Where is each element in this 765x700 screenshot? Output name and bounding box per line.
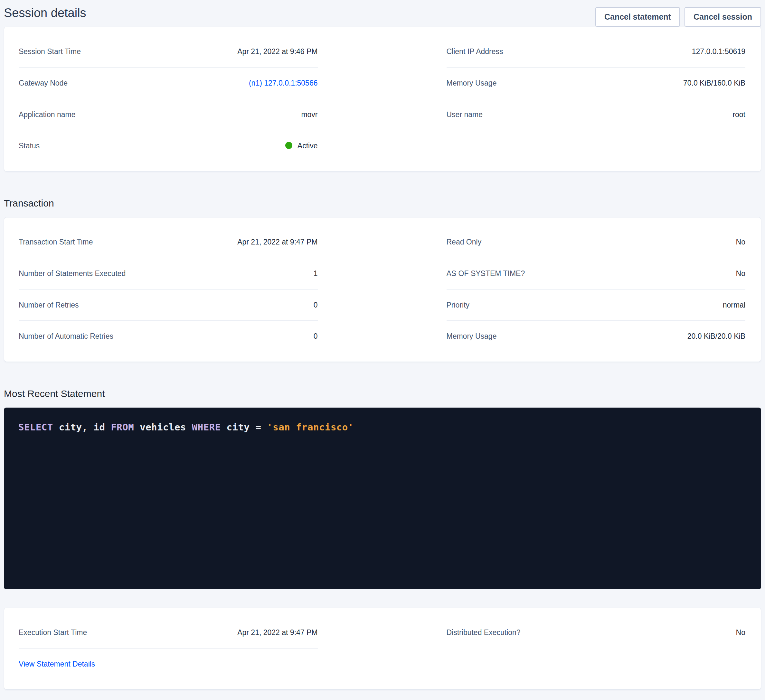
transaction-card-left-column: Transaction Start TimeApr 21, 2022 at 9:… xyxy=(19,226,318,352)
summary-row-gateway-node: Gateway Node(n1) 127.0.0.1:50566 xyxy=(19,67,318,99)
sql-statement-text: SELECT city, id FROM vehicles WHERE city… xyxy=(18,422,747,433)
transaction-card-right-column: Read OnlyNoAS OF SYSTEM TIME?NoPriorityn… xyxy=(447,226,746,352)
session-memory-usage-label: Memory Usage xyxy=(447,78,497,88)
header-actions: Cancel statement Cancel session xyxy=(595,7,761,27)
transaction-section-title: Transaction xyxy=(4,198,765,209)
number-of-retries-value: 0 xyxy=(313,300,318,310)
distributed-execution-value: No xyxy=(736,628,745,637)
automatic-retries-value: 0 xyxy=(313,332,318,341)
summary-row-statements-executed: Number of Statements Executed1 xyxy=(19,258,318,290)
application-name-label: Application name xyxy=(19,110,76,119)
gateway-node-value[interactable]: (n1) 127.0.0.1:50566 xyxy=(249,78,318,88)
sql-token-keyword: WHERE xyxy=(192,422,221,433)
transaction-memory-usage-value: 20.0 KiB/20.0 KiB xyxy=(688,332,745,341)
automatic-retries-label: Number of Automatic Retries xyxy=(19,332,113,341)
read-only-label: Read Only xyxy=(447,237,482,247)
spacer xyxy=(0,589,765,608)
session-status-value: Active xyxy=(285,141,318,151)
transaction-summary-card: Transaction Start TimeApr 21, 2022 at 9:… xyxy=(4,217,761,362)
summary-row-automatic-retries: Number of Automatic Retries0 xyxy=(19,321,318,352)
user-name-value: root xyxy=(732,110,745,119)
page-header: Session details Cancel statement Cancel … xyxy=(0,0,765,27)
view-statement-details-link[interactable]: View Statement Details xyxy=(19,659,95,669)
summary-row-session-memory-usage: Memory Usage70.0 KiB/160.0 KiB xyxy=(447,67,746,99)
session-card-left-column: Session Start TimeApr 21, 2022 at 9:46 P… xyxy=(19,36,318,162)
execution-start-time-label: Execution Start Time xyxy=(19,628,87,637)
summary-row-as-of-system-time: AS OF SYSTEM TIME?No xyxy=(447,258,746,290)
read-only-value: No xyxy=(736,237,745,247)
number-of-retries-label: Number of Retries xyxy=(19,300,79,310)
summary-row-transaction-memory-usage: Memory Usage20.0 KiB/20.0 KiB xyxy=(447,321,746,352)
client-ip-address-value: 127.0.0.1:50619 xyxy=(692,47,745,56)
execution-summary-card: Execution Start TimeApr 21, 2022 at 9:47… xyxy=(4,608,761,690)
as-of-system-time-value: No xyxy=(736,269,745,278)
distributed-execution-label: Distributed Execution? xyxy=(447,628,521,637)
transaction-card-grid: Transaction Start TimeApr 21, 2022 at 9:… xyxy=(4,217,761,362)
client-ip-address-label: Client IP Address xyxy=(447,47,503,56)
transaction-memory-usage-label: Memory Usage xyxy=(447,332,497,341)
cancel-session-button[interactable]: Cancel session xyxy=(685,7,761,27)
session-start-time-value: Apr 21, 2022 at 9:46 PM xyxy=(237,47,318,56)
sql-token-keyword: SELECT xyxy=(18,422,53,433)
summary-row-transaction-start-time: Transaction Start TimeApr 21, 2022 at 9:… xyxy=(19,226,318,258)
summary-row-distributed-execution: Distributed Execution?No xyxy=(447,617,746,648)
status-active-dot-icon xyxy=(285,142,292,149)
session-memory-usage-value: 70.0 KiB/160.0 KiB xyxy=(683,78,745,88)
sql-token-plain: city = xyxy=(221,422,267,433)
execution-start-time-value: Apr 21, 2022 at 9:47 PM xyxy=(237,628,318,637)
summary-row-client-ip-address: Client IP Address127.0.0.1:50619 xyxy=(447,36,746,67)
sql-token-plain: vehicles xyxy=(134,422,192,433)
summary-row-read-only: Read OnlyNo xyxy=(447,226,746,258)
execution-card-right-column: Distributed Execution?No xyxy=(447,617,746,648)
summary-row-application-name: Application namemovr xyxy=(19,99,318,130)
session-card-grid: Session Start TimeApr 21, 2022 at 9:46 P… xyxy=(4,27,761,171)
statements-executed-label: Number of Statements Executed xyxy=(19,269,126,278)
sql-statement-box: SELECT city, id FROM vehicles WHERE city… xyxy=(4,408,761,589)
transaction-start-time-label: Transaction Start Time xyxy=(19,237,93,247)
as-of-system-time-label: AS OF SYSTEM TIME? xyxy=(447,269,525,278)
session-status-label: Status xyxy=(19,141,39,151)
sql-token-keyword: FROM xyxy=(111,422,134,433)
summary-row-view-statement-details: View Statement Details xyxy=(19,648,318,680)
summary-row-session-status: StatusActive xyxy=(19,130,318,162)
statements-executed-value: 1 xyxy=(313,269,318,278)
summary-row-execution-start-time: Execution Start TimeApr 21, 2022 at 9:47… xyxy=(19,617,318,648)
session-card-right-column: Client IP Address127.0.0.1:50619Memory U… xyxy=(447,36,746,130)
summary-row-session-start-time: Session Start TimeApr 21, 2022 at 9:46 P… xyxy=(19,36,318,67)
sql-token-plain: city, id xyxy=(53,422,111,433)
sql-token-string: 'san francisco' xyxy=(267,422,354,433)
execution-card-grid: Execution Start TimeApr 21, 2022 at 9:47… xyxy=(4,608,761,689)
user-name-label: User name xyxy=(447,110,483,119)
session-start-time-label: Session Start Time xyxy=(19,47,81,56)
most-recent-statement-title: Most Recent Statement xyxy=(4,388,765,399)
priority-label: Priority xyxy=(447,300,470,310)
page-title: Session details xyxy=(4,6,86,20)
execution-card-left-column: Execution Start TimeApr 21, 2022 at 9:47… xyxy=(19,617,318,680)
priority-value: normal xyxy=(723,300,745,310)
gateway-node-label: Gateway Node xyxy=(19,78,68,88)
session-summary-card: Session Start TimeApr 21, 2022 at 9:46 P… xyxy=(4,27,761,171)
summary-row-user-name: User nameroot xyxy=(447,99,746,130)
transaction-start-time-value: Apr 21, 2022 at 9:47 PM xyxy=(237,237,318,247)
cancel-statement-button[interactable]: Cancel statement xyxy=(595,7,680,27)
summary-row-priority: Prioritynormal xyxy=(447,290,746,321)
summary-row-number-of-retries: Number of Retries0 xyxy=(19,290,318,321)
application-name-value: movr xyxy=(301,110,318,119)
